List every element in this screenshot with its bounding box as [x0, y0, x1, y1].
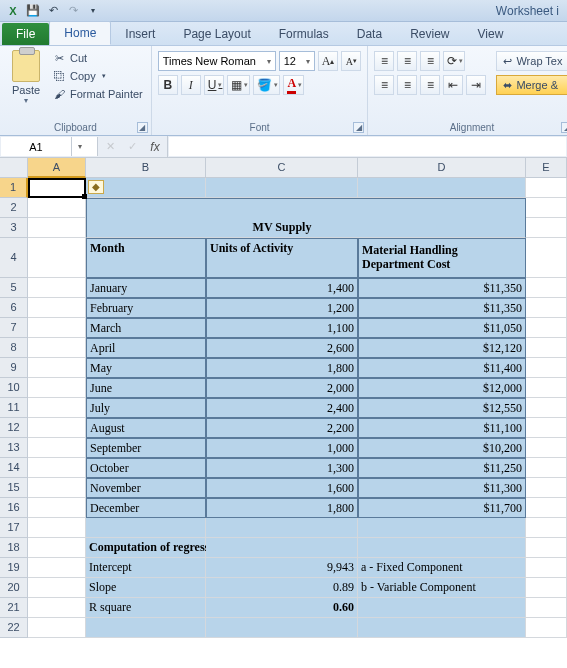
- cell[interactable]: [358, 598, 526, 618]
- cell[interactable]: [526, 278, 567, 298]
- tab-review[interactable]: Review: [396, 23, 463, 45]
- cell[interactable]: Month: [86, 238, 206, 278]
- cell[interactable]: [526, 578, 567, 598]
- cell[interactable]: 1,400: [206, 278, 358, 298]
- undo-icon[interactable]: ↶: [44, 2, 62, 20]
- cell[interactable]: [28, 518, 86, 538]
- align-top-button[interactable]: ≡: [374, 51, 394, 71]
- cell[interactable]: April: [86, 338, 206, 358]
- cell[interactable]: 0.89: [206, 578, 358, 598]
- cell[interactable]: [86, 218, 206, 238]
- fill-color-button[interactable]: 🪣▾: [253, 75, 280, 95]
- redo-icon[interactable]: ↷: [64, 2, 82, 20]
- cell[interactable]: [526, 298, 567, 318]
- cell[interactable]: [28, 338, 86, 358]
- cell[interactable]: [28, 598, 86, 618]
- cell[interactable]: [526, 398, 567, 418]
- align-right-button[interactable]: ≡: [420, 75, 440, 95]
- tab-home[interactable]: Home: [49, 21, 111, 45]
- cell[interactable]: a - Fixed Component: [358, 558, 526, 578]
- dialog-launcher-icon[interactable]: ◢: [137, 122, 148, 133]
- row-header[interactable]: 5: [0, 278, 28, 298]
- font-size-select[interactable]: 12▾: [279, 51, 315, 71]
- cell[interactable]: $11,100: [358, 418, 526, 438]
- cell[interactable]: [358, 178, 526, 198]
- cell[interactable]: [28, 378, 86, 398]
- cell[interactable]: June: [86, 378, 206, 398]
- font-color-button[interactable]: A▾: [283, 75, 304, 95]
- cut-button[interactable]: ✂Cut: [50, 50, 145, 66]
- tab-view[interactable]: View: [464, 23, 518, 45]
- decrease-indent-button[interactable]: ⇤: [443, 75, 463, 95]
- cell[interactable]: 1,800: [206, 358, 358, 378]
- cell[interactable]: [28, 498, 86, 518]
- row-header[interactable]: 17: [0, 518, 28, 538]
- cell[interactable]: [526, 238, 567, 278]
- cell[interactable]: 2,200: [206, 418, 358, 438]
- cell[interactable]: [526, 318, 567, 338]
- cell[interactable]: Slope: [86, 578, 206, 598]
- cell[interactable]: [28, 558, 86, 578]
- row-header[interactable]: 14: [0, 458, 28, 478]
- cell[interactable]: 2,400: [206, 398, 358, 418]
- row-header[interactable]: 16: [0, 498, 28, 518]
- dialog-launcher-icon[interactable]: ◢: [561, 122, 567, 133]
- formula-input[interactable]: [169, 137, 566, 156]
- row-header[interactable]: 2: [0, 198, 28, 218]
- cell[interactable]: [526, 358, 567, 378]
- cell[interactable]: [358, 518, 526, 538]
- row-header[interactable]: 13: [0, 438, 28, 458]
- cell[interactable]: [358, 618, 526, 638]
- row-header[interactable]: 3: [0, 218, 28, 238]
- cell[interactable]: [28, 358, 86, 378]
- cell[interactable]: [86, 618, 206, 638]
- cell[interactable]: Computation of regression parameters usi…: [86, 538, 206, 558]
- cell[interactable]: [28, 538, 86, 558]
- row-header[interactable]: 12: [0, 418, 28, 438]
- cell[interactable]: $11,300: [358, 478, 526, 498]
- cell[interactable]: $10,200: [358, 438, 526, 458]
- cell[interactable]: [526, 478, 567, 498]
- cell[interactable]: $12,000: [358, 378, 526, 398]
- row-header[interactable]: 8: [0, 338, 28, 358]
- cell[interactable]: [526, 178, 567, 198]
- cell[interactable]: [206, 538, 358, 558]
- cell[interactable]: [28, 318, 86, 338]
- cell[interactable]: [526, 418, 567, 438]
- cell[interactable]: [28, 218, 86, 238]
- cell[interactable]: [28, 578, 86, 598]
- cell[interactable]: [526, 338, 567, 358]
- cell[interactable]: 9,943: [206, 558, 358, 578]
- save-icon[interactable]: 💾: [24, 2, 42, 20]
- cell[interactable]: $11,050: [358, 318, 526, 338]
- bold-button[interactable]: B: [158, 75, 178, 95]
- cell[interactable]: [206, 198, 358, 218]
- tab-page-layout[interactable]: Page Layout: [169, 23, 264, 45]
- cell[interactable]: [526, 598, 567, 618]
- cell[interactable]: [358, 538, 526, 558]
- cell[interactable]: [358, 198, 526, 218]
- align-bottom-button[interactable]: ≡: [420, 51, 440, 71]
- cell[interactable]: [28, 418, 86, 438]
- cell[interactable]: August: [86, 418, 206, 438]
- borders-button[interactable]: ▦▾: [227, 75, 250, 95]
- copy-button[interactable]: ⿻Copy▾: [50, 68, 145, 84]
- cell[interactable]: $12,120: [358, 338, 526, 358]
- cell[interactable]: R square: [86, 598, 206, 618]
- cell[interactable]: 2,000: [206, 378, 358, 398]
- qat-dropdown-icon[interactable]: ▾: [84, 2, 102, 20]
- name-box-input[interactable]: [1, 141, 71, 153]
- cell[interactable]: October: [86, 458, 206, 478]
- row-header[interactable]: 11: [0, 398, 28, 418]
- align-left-button[interactable]: ≡: [374, 75, 394, 95]
- cell[interactable]: 1,600: [206, 478, 358, 498]
- merge-center-button[interactable]: ⬌Merge &: [496, 75, 567, 95]
- column-header[interactable]: E: [526, 158, 567, 178]
- cell[interactable]: [28, 298, 86, 318]
- increase-indent-button[interactable]: ⇥: [466, 75, 486, 95]
- cell[interactable]: [28, 398, 86, 418]
- select-all-corner[interactable]: [0, 158, 28, 178]
- cell[interactable]: [526, 498, 567, 518]
- row-header[interactable]: 20: [0, 578, 28, 598]
- cell[interactable]: [526, 558, 567, 578]
